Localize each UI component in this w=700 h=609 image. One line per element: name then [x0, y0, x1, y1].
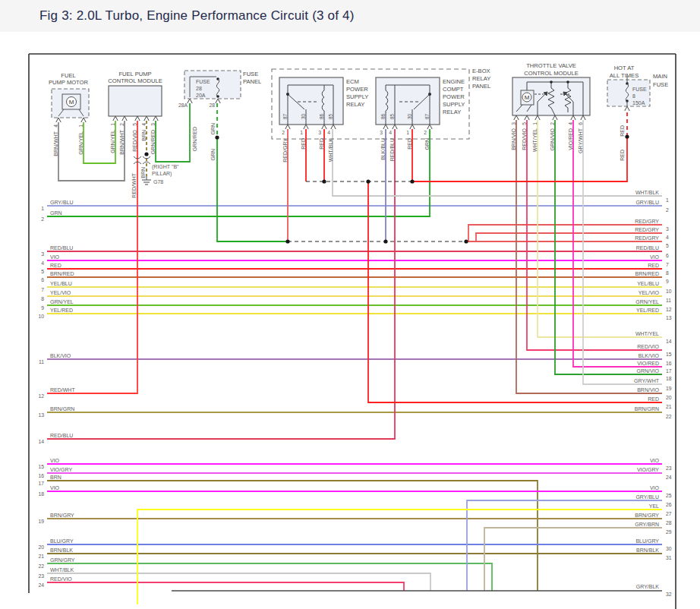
wire-yel [137, 510, 662, 604]
relay-terminal: 86 [319, 114, 324, 120]
relay-terminal: 30 [407, 114, 412, 120]
wire-label: GRN [210, 123, 216, 135]
left-wire-label: GRY/BLU [50, 200, 74, 205]
left-wire-label: VIO [50, 458, 60, 463]
left-wire-label: YEL/BLU [50, 281, 72, 286]
pin-number: 1 [300, 130, 303, 135]
svg-text:MAIN: MAIN [653, 73, 667, 80]
right-wire-label: BRN/VIO [637, 387, 659, 393]
left-wire-label: BLK/VIO [50, 353, 71, 358]
pin-label: BLK/BLU [380, 138, 386, 160]
pin-arrow-icon [514, 115, 519, 120]
wiring-diagram-page: Fig 3: 2.0L Turbo, Engine Performance Ci… [0, 0, 700, 609]
component-title: FUEL [61, 72, 75, 79]
left-wire-label: VIO/GRY [50, 467, 72, 472]
pin-arrow-icon [410, 125, 415, 129]
pin-number: 2 [282, 130, 285, 135]
relay-terminal: 30 [301, 114, 306, 120]
wire-red [368, 181, 662, 402]
pin-arrow-icon [331, 125, 336, 129]
pin-number: 1 [406, 130, 409, 135]
right-wire-label: BLK/VIO [639, 353, 660, 358]
svg-text:8: 8 [632, 93, 635, 99]
right-wire-label: RED/VIO [637, 344, 659, 349]
wire-label: GRN/RED [192, 127, 197, 151]
right-terminal-number: 32 [666, 592, 672, 597]
inline-connector-icon [134, 156, 150, 164]
pin-arrow-icon [322, 125, 326, 129]
wire-grn [217, 137, 288, 241]
main-fuse: HOT AT ALL TIMES MAIN FUSE FUSE 8 150A [607, 65, 668, 106]
svg-text:PILLAR): PILLAR) [152, 171, 172, 177]
pin-arrow-icon [285, 125, 290, 129]
right-wire-label: VIO/GRY [637, 467, 659, 472]
left-wire-label: VIO [50, 254, 60, 260]
pin-number: 1 [78, 125, 84, 128]
left-terminal-number: 18 [38, 491, 44, 497]
left-terminal-number: 9 [41, 305, 44, 311]
junction-dot [410, 179, 414, 183]
pin-arrow-icon [122, 116, 127, 121]
right-terminal-number: 31 [666, 555, 672, 560]
svg-text:E-BOX: E-BOX [472, 68, 490, 74]
wire-red [412, 137, 627, 181]
pin-arrow-icon [81, 118, 86, 122]
left-terminal-number: 14 [38, 439, 44, 444]
junction-dot [366, 179, 370, 183]
svg-text:CONTROL MODULE: CONTROL MODULE [108, 77, 162, 84]
pin-label: GRN/VIO [550, 128, 555, 150]
right-wire-label: BRN/GRY [635, 513, 659, 518]
pin-arrow-icon [427, 125, 432, 129]
wire-brn [47, 481, 538, 591]
pin-label: BRN [141, 130, 147, 141]
component-title: PUMP MOTOR [49, 79, 89, 86]
pin-label: RED/VIO [132, 129, 137, 151]
pin-number: 6 [578, 122, 583, 125]
right-terminal-number: 27 [666, 511, 672, 516]
pin-label: RED [301, 138, 306, 150]
wire-label: RED [620, 125, 625, 137]
right-terminal-number: 2 [666, 207, 669, 213]
svg-text:ECM: ECM [346, 78, 359, 85]
right-wire-label: YEL/BLU [637, 281, 659, 286]
right-wire-label: RED [648, 396, 659, 402]
pin-number: 5 [132, 123, 137, 126]
right-terminal-number: 9 [666, 279, 669, 284]
relay-terminal: 87 [424, 114, 430, 120]
pin-label: RED/BLU [389, 138, 395, 161]
junction-dot [383, 239, 387, 243]
left-wire-label: GRN [50, 210, 62, 216]
right-terminal-number: 15 [666, 352, 672, 357]
left-terminal-number: 4 [41, 260, 44, 266]
left-terminal-number: 2 [41, 216, 44, 222]
right-terminal-number: 13 [666, 315, 672, 320]
wire-gry-brn [484, 528, 662, 591]
pin-label: RED [319, 138, 324, 150]
pin-label: WHT/BLK [328, 138, 333, 162]
left-wire-label: BRN/GRN [50, 406, 74, 412]
pin-arrow-icon [535, 115, 540, 120]
right-terminal-number: 8 [666, 270, 669, 276]
right-terminal-number: 3 [666, 226, 669, 232]
left-wire-label: RED [50, 263, 61, 268]
left-terminal-number: 15 [38, 464, 44, 469]
left-terminal-number: 21 [38, 554, 44, 559]
pin-arrow-icon [581, 115, 585, 120]
right-wire-label: GRN/YEL [635, 299, 659, 304]
fuel-pump-motor: FUEL PUMP MOTOR M [49, 72, 89, 118]
right-wire-label: VIO/RED [637, 361, 659, 366]
right-terminal-number: 21 [666, 404, 672, 409]
wire-label: BRN [140, 167, 146, 178]
left-wire-label: RED/BLU [50, 245, 73, 251]
pin-arrow-icon [304, 125, 308, 129]
right-wire-label: RED/GRY [635, 227, 659, 232]
junction-dot [464, 239, 468, 243]
pin-arrow-icon [525, 115, 529, 120]
wire-layer [47, 99, 662, 604]
pin-number: 1 [532, 122, 538, 125]
right-wire-label: BRN/BLK [636, 547, 659, 553]
right-wire-label: GRY/BLK [636, 584, 660, 589]
right-wire-label: GRY/BRN [635, 522, 659, 527]
right-terminal-number: 28 [666, 520, 672, 525]
pin-label: RED/VIO [522, 128, 527, 150]
